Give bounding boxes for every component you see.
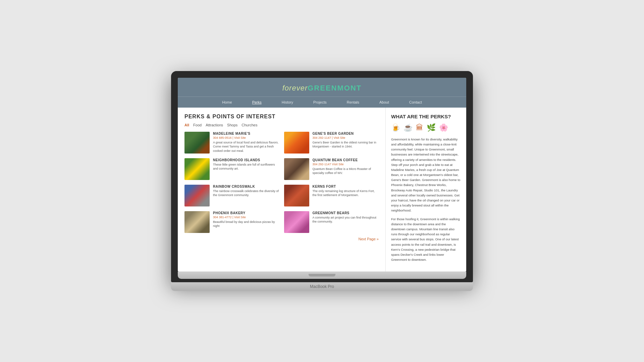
listing-desc: These little green islands are full of s…: [213, 163, 279, 171]
listing-contact: 304 292-1147 Visit Site: [313, 163, 379, 166]
listing-visit-site[interactable]: Visit Site: [333, 136, 345, 139]
listing-item: RAINBOW CROSSWALK The rainbow crosswalk …: [184, 185, 279, 206]
listing-image-placeholder: [184, 132, 210, 154]
listing-info: QUANTUM BEAN COFFEE 304 292-1147 Visit S…: [313, 158, 379, 180]
right-panel: WHAT ARE THE PERKS? 🍺 ☕ 🏛 🌿 🌸 Greenmont …: [386, 108, 466, 272]
listing-image-placeholder: [284, 158, 309, 180]
next-page-link[interactable]: Next Page »: [184, 237, 379, 241]
listing-info: RAINBOW CROSSWALK The rainbow crosswalk …: [213, 185, 279, 206]
nav-contact[interactable]: Contact: [409, 100, 422, 105]
listing-name: NEIGHBORHOOD ISLANDS: [213, 158, 279, 162]
website: foreverGREENMONT Home Perks History Proj…: [178, 78, 466, 272]
listing-image: [184, 211, 210, 233]
listing-item: KERNS FORT The only remaining log struct…: [284, 185, 379, 206]
listing-visit-site[interactable]: Visit Site: [234, 136, 246, 139]
tree-icon: 🌿: [427, 123, 436, 132]
listing-name: GENE'S BEER GARDEN: [313, 132, 379, 135]
listing-item: PHOENIX BAKERY 304 381-4772 | Visit Site…: [184, 211, 279, 233]
listing-image-placeholder: [284, 211, 309, 233]
listing-image: [184, 132, 210, 154]
listing-contact: 304 292-1147 | Visit Site: [313, 136, 379, 139]
site-navigation: Home Perks History Projects Rentals Abou…: [178, 97, 466, 108]
listing-name: QUANTUM BEAN COFFEE: [313, 158, 379, 162]
laptop-screen: foreverGREENMONT Home Perks History Proj…: [171, 71, 473, 283]
listing-image: [284, 211, 309, 233]
listing-info: NEIGHBORHOOD ISLANDS These little green …: [213, 158, 279, 180]
filter-bar: All Food Attractions Shops Churches: [184, 123, 379, 127]
left-panel: PERKS & POINTS OF INTEREST All Food Attr…: [178, 108, 386, 272]
filter-churches[interactable]: Churches: [241, 123, 257, 127]
listing-item: GENE'S BEER GARDEN 304 292-1147 | Visit …: [284, 132, 379, 154]
listing-visit-site[interactable]: Visit Site: [332, 163, 344, 166]
listing-phone[interactable]: 304 292-1147: [313, 163, 331, 166]
listing-image-placeholder: [284, 132, 309, 154]
listing-info: GENE'S BEER GARDEN 304 292-1147 | Visit …: [313, 132, 379, 154]
listing-desc: A great source of local food and delicio…: [213, 140, 279, 153]
nav-perks[interactable]: Perks: [252, 100, 262, 105]
listing-item: MADELEINE MARIE'S 304 685-0516 | Visit S…: [184, 132, 279, 154]
listing-name: PHOENIX BAKERY: [213, 211, 279, 215]
listing-info: PHOENIX BAKERY 304 381-4772 | Visit Site…: [213, 211, 279, 233]
listing-name: GREENMONT BEARS: [313, 211, 379, 215]
logo-greenmont: GREENMONT: [308, 84, 362, 92]
listing-desc: The only remaining log structure of Kern…: [313, 189, 379, 197]
nav-home[interactable]: Home: [222, 100, 232, 105]
listing-visit-site[interactable]: Visit Site: [234, 216, 246, 219]
filter-all[interactable]: All: [184, 123, 189, 127]
listing-name: MADELEINE MARIE'S: [213, 132, 279, 135]
listing-image-placeholder: [184, 211, 210, 233]
listing-image-placeholder: [284, 185, 309, 206]
listing-image: [284, 132, 309, 154]
main-content: PERKS & POINTS OF INTEREST All Food Attr…: [178, 108, 466, 272]
laptop-base: [178, 272, 466, 279]
website-screen: foreverGREENMONT Home Perks History Proj…: [178, 78, 466, 272]
listing-name: RAINBOW CROSSWALK: [213, 185, 279, 188]
listing-phone[interactable]: 304 381-4772: [213, 216, 232, 219]
listing-phone[interactable]: 304 292-1147: [313, 136, 331, 139]
filter-attractions[interactable]: Attractions: [206, 123, 223, 127]
listing-image-placeholder: [184, 185, 210, 206]
listing-name: KERNS FORT: [313, 185, 379, 188]
nav-projects[interactable]: Projects: [313, 100, 327, 105]
listing-phone[interactable]: 304 685-0516: [213, 136, 232, 139]
listing-desc: A community art project you can find thr…: [313, 216, 379, 224]
listing-image: [284, 185, 309, 206]
listing-item: GREENMONT BEARS A community art project …: [284, 211, 379, 233]
nav-rentals[interactable]: Rentals: [347, 100, 359, 105]
listing-desc: The rainbow crosswalk celebrates the div…: [213, 189, 279, 197]
filter-shops[interactable]: Shops: [227, 123, 237, 127]
sidebar-title: WHAT ARE THE PERKS?: [391, 114, 461, 119]
sidebar-paragraph-1: Greenmont is known for its diversity, wa…: [391, 137, 461, 213]
laptop-container: foreverGREENMONT Home Perks History Proj…: [171, 71, 473, 291]
laptop-label: MacBook Pro: [171, 282, 473, 291]
logo-forever: forever: [282, 84, 308, 92]
flower-icon: 🌸: [439, 123, 448, 132]
beer-icon: 🍺: [391, 123, 400, 132]
listing-desc: Gene's Beer Garden is the oldest running…: [313, 140, 379, 149]
listing-item: QUANTUM BEAN COFFEE 304 292-1147 Visit S…: [284, 158, 379, 180]
sidebar-paragraph-2: For those hoofing it, Greenmont is withi…: [391, 217, 461, 262]
listing-image: [184, 158, 210, 180]
sidebar-text: Greenmont is known for its diversity, wa…: [391, 137, 461, 262]
listing-contact: 304 381-4772 | Visit Site: [213, 216, 279, 219]
nav-history[interactable]: History: [282, 100, 293, 105]
laptop-notch: [309, 274, 335, 277]
listing-desc: Beautiful bread by day and delicious piz…: [213, 220, 279, 228]
nav-about[interactable]: About: [379, 100, 389, 105]
listing-item: NEIGHBORHOOD ISLANDS These little green …: [184, 158, 279, 180]
coffee-icon: ☕: [404, 123, 413, 132]
listing-info: MADELEINE MARIE'S 304 685-0516 | Visit S…: [213, 132, 279, 154]
filter-food[interactable]: Food: [193, 123, 202, 127]
perks-icons: 🍺 ☕ 🏛 🌿 🌸: [391, 123, 461, 132]
listing-image: [184, 185, 210, 206]
listing-desc: Quantum Bean Coffee is a Micro Roaster o…: [313, 167, 379, 175]
listing-image-placeholder: [184, 158, 210, 180]
listing-info: GREENMONT BEARS A community art project …: [313, 211, 379, 233]
page-title: PERKS & POINTS OF INTEREST: [184, 114, 379, 120]
listing-image: [284, 158, 309, 180]
listings-grid: MADELEINE MARIE'S 304 685-0516 | Visit S…: [184, 132, 379, 233]
listing-contact: 304 685-0516 | Visit Site: [213, 136, 279, 139]
site-logo: foreverGREENMONT: [178, 84, 466, 93]
site-header: foreverGREENMONT: [178, 78, 466, 97]
building-icon: 🏛: [416, 123, 423, 132]
